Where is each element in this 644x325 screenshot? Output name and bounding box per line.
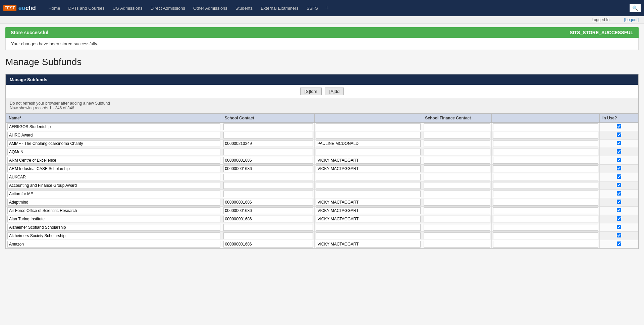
school-contact-name-input[interactable] — [316, 182, 421, 189]
subfund-name-input[interactable] — [7, 199, 220, 206]
in-use-checkbox[interactable] — [617, 208, 621, 212]
store-button[interactable]: [S]tore — [300, 88, 322, 95]
school-finance-id-input[interactable] — [424, 216, 490, 222]
school-finance-id-input[interactable] — [424, 199, 490, 206]
nav-dpts[interactable]: DPTs and Courses — [64, 0, 108, 16]
in-use-checkbox[interactable] — [617, 141, 621, 145]
nav-other[interactable]: Other Admissions — [189, 0, 231, 16]
subfund-name-input[interactable] — [7, 232, 220, 239]
school-finance-name-input[interactable] — [493, 216, 598, 222]
nav-direct[interactable]: Direct Admissions — [147, 0, 189, 16]
school-finance-name-input[interactable] — [493, 149, 598, 155]
school-contact-name-input[interactable] — [316, 207, 421, 214]
school-contact-name-input[interactable] — [316, 132, 421, 139]
school-contact-id-input[interactable] — [223, 140, 313, 147]
school-finance-id-input[interactable] — [424, 174, 490, 180]
school-contact-name-input[interactable] — [316, 199, 421, 206]
school-contact-id-input[interactable] — [223, 224, 313, 231]
school-contact-name-input[interactable] — [316, 224, 421, 231]
school-contact-id-input[interactable] — [223, 232, 313, 239]
subfund-name-input[interactable] — [7, 241, 220, 248]
school-contact-name-input[interactable] — [316, 123, 421, 130]
nav-ug[interactable]: UG Admissions — [109, 0, 147, 16]
school-contact-name-input[interactable] — [316, 216, 421, 222]
nav-home[interactable]: Home — [45, 0, 64, 16]
in-use-checkbox[interactable] — [617, 158, 621, 162]
school-finance-name-input[interactable] — [493, 123, 598, 130]
in-use-checkbox[interactable] — [617, 225, 621, 229]
school-finance-id-input[interactable] — [424, 165, 490, 172]
school-contact-name-input[interactable] — [316, 232, 421, 239]
school-finance-id-input[interactable] — [424, 140, 490, 147]
school-finance-name-input[interactable] — [493, 182, 598, 189]
school-contact-name-input[interactable] — [316, 149, 421, 155]
subfund-name-input[interactable] — [7, 174, 220, 180]
subfund-name-input[interactable] — [7, 140, 220, 147]
school-finance-name-input[interactable] — [493, 140, 598, 147]
logout-link[interactable]: [Logout] — [624, 17, 639, 22]
school-finance-name-input[interactable] — [493, 241, 598, 248]
school-finance-id-input[interactable] — [424, 123, 490, 130]
school-finance-name-input[interactable] — [493, 224, 598, 231]
school-contact-id-input[interactable] — [223, 199, 313, 206]
school-finance-id-input[interactable] — [424, 224, 490, 231]
in-use-checkbox[interactable] — [617, 166, 621, 170]
school-contact-id-input[interactable] — [223, 165, 313, 172]
in-use-checkbox[interactable] — [617, 149, 621, 154]
subfund-name-input[interactable] — [7, 157, 220, 164]
subfund-name-input[interactable] — [7, 224, 220, 231]
school-finance-id-input[interactable] — [424, 132, 490, 139]
school-contact-name-input[interactable] — [316, 191, 421, 197]
school-contact-id-input[interactable] — [223, 241, 313, 248]
brand-logo[interactable]: TEST euclid — [3, 4, 38, 12]
in-use-checkbox[interactable] — [617, 216, 621, 221]
subfund-name-input[interactable] — [7, 216, 220, 222]
school-contact-id-input[interactable] — [223, 191, 313, 197]
school-contact-id-input[interactable] — [223, 157, 313, 164]
school-contact-id-input[interactable] — [223, 149, 313, 155]
school-contact-name-input[interactable] — [316, 140, 421, 147]
subfund-name-input[interactable] — [7, 132, 220, 139]
subfund-name-input[interactable] — [7, 207, 220, 214]
in-use-checkbox[interactable] — [617, 174, 621, 179]
in-use-checkbox[interactable] — [617, 241, 621, 246]
school-contact-id-input[interactable] — [223, 182, 313, 189]
school-contact-id-input[interactable] — [223, 207, 313, 214]
subfund-name-input[interactable] — [7, 149, 220, 155]
school-finance-name-input[interactable] — [493, 132, 598, 139]
in-use-checkbox[interactable] — [617, 183, 621, 187]
nav-ssfs[interactable]: SSFS — [303, 0, 322, 16]
school-finance-name-input[interactable] — [493, 199, 598, 206]
in-use-checkbox[interactable] — [617, 200, 621, 204]
school-contact-name-input[interactable] — [316, 165, 421, 172]
subfund-name-input[interactable] — [7, 191, 220, 197]
subfund-name-input[interactable] — [7, 165, 220, 172]
add-button[interactable]: [A]dd — [325, 88, 344, 95]
subfund-name-input[interactable] — [7, 182, 220, 189]
nav-examiners[interactable]: External Examiners — [257, 0, 303, 16]
school-finance-name-input[interactable] — [493, 157, 598, 164]
school-finance-name-input[interactable] — [493, 191, 598, 197]
nav-students[interactable]: Students — [231, 0, 257, 16]
school-finance-id-input[interactable] — [424, 149, 490, 155]
school-contact-id-input[interactable] — [223, 216, 313, 222]
school-contact-id-input[interactable] — [223, 174, 313, 180]
school-finance-id-input[interactable] — [424, 157, 490, 164]
school-finance-id-input[interactable] — [424, 241, 490, 248]
search-button[interactable]: 🔍 — [630, 4, 641, 12]
subfund-name-input[interactable] — [7, 123, 220, 130]
school-contact-id-input[interactable] — [223, 132, 313, 139]
school-contact-name-input[interactable] — [316, 157, 421, 164]
in-use-checkbox[interactable] — [617, 233, 621, 237]
school-finance-name-input[interactable] — [493, 232, 598, 239]
in-use-checkbox[interactable] — [617, 132, 621, 137]
in-use-checkbox[interactable] — [617, 124, 621, 128]
nav-plus-icon[interactable]: + — [322, 0, 332, 16]
school-finance-id-input[interactable] — [424, 182, 490, 189]
school-contact-id-input[interactable] — [223, 123, 313, 130]
school-finance-id-input[interactable] — [424, 191, 490, 197]
school-finance-id-input[interactable] — [424, 232, 490, 239]
school-contact-name-input[interactable] — [316, 241, 421, 248]
school-finance-name-input[interactable] — [493, 207, 598, 214]
school-finance-name-input[interactable] — [493, 174, 598, 180]
